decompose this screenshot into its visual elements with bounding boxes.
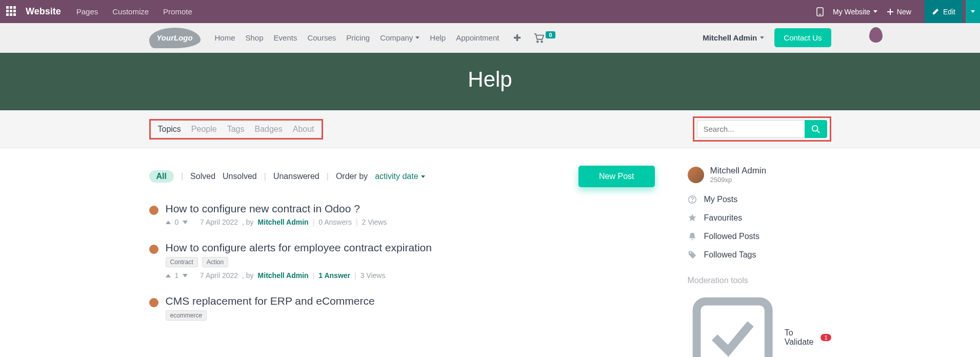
top-menu-customize[interactable]: Customize (112, 7, 149, 16)
nav-events[interactable]: Events (274, 33, 297, 42)
divider: | (313, 218, 315, 226)
nav-shop[interactable]: Shop (246, 33, 264, 42)
topic-author[interactable]: Mitchell Admin (258, 271, 309, 280)
filter-unanswered[interactable]: Unanswered (273, 172, 319, 181)
search-input[interactable] (697, 120, 805, 138)
odoo-drop-icon (869, 27, 883, 43)
contact-us-button[interactable]: Contact Us (774, 28, 831, 47)
filter-all[interactable]: All (149, 170, 174, 183)
new-post-button[interactable]: New Post (578, 166, 654, 187)
divider: | (181, 172, 183, 181)
divider: | (264, 172, 266, 181)
forum-tabs-wrap: Topics People Tags Badges About (0, 110, 980, 148)
nav-appointment[interactable]: Appointment (456, 33, 499, 42)
sidebar-favourites[interactable]: Favourites (688, 213, 831, 223)
vote-count: 0 (175, 218, 179, 226)
top-right-menu: My Website New Edit (816, 0, 974, 23)
topic-views: 2 Views (362, 218, 387, 226)
bell-icon (688, 232, 697, 241)
top-menu-promote[interactable]: Promote (163, 7, 192, 16)
sidebar-my-posts[interactable]: My Posts (688, 195, 831, 204)
order-dropdown[interactable]: activity date (375, 172, 425, 181)
nav-menu: Home Shop Events Courses Pricing Company… (215, 32, 522, 44)
by-label: , by (242, 218, 254, 226)
sidebar: Mitchell Admin 2509xp My Posts Favourite… (688, 166, 831, 357)
topics-column: All | Solved Unsolved | Unanswered | Ord… (149, 166, 655, 357)
filter-unsolved[interactable]: Unsolved (223, 172, 257, 181)
vote-up-icon[interactable] (166, 274, 171, 277)
topic-author[interactable]: Mitchell Admin (258, 218, 309, 226)
question-icon (688, 195, 697, 204)
user-dropdown-label: Mitchell Admin (703, 33, 757, 42)
apps-grid-icon[interactable] (6, 6, 17, 17)
page-title: Help (468, 67, 512, 91)
app-brand[interactable]: Website (26, 6, 61, 17)
caret-down-icon (760, 36, 764, 39)
topic-title[interactable]: CMS replacement for ERP and eCommerce (166, 295, 655, 307)
vote-down-icon[interactable] (183, 221, 188, 224)
profile-box[interactable]: Mitchell Admin 2509xp (688, 166, 831, 184)
nav-home[interactable]: Home (215, 33, 235, 42)
avatar (688, 167, 704, 183)
check-square-icon (688, 292, 777, 357)
user-dropdown[interactable]: Mitchell Admin (703, 33, 764, 42)
tab-tags[interactable]: Tags (227, 125, 245, 134)
topic-item: How to configure new contract in Odoo ?0… (149, 203, 655, 226)
svg-point-2 (537, 41, 538, 42)
vote-down-icon[interactable] (183, 274, 188, 277)
profile-name: Mitchell Admin (710, 166, 767, 176)
topic-title[interactable]: How to configure new contract in Odoo ? (166, 203, 655, 215)
sidebar-followed-tags[interactable]: Followed Tags (688, 250, 831, 260)
edit-button[interactable]: Edit (925, 0, 963, 23)
avatar (149, 245, 158, 254)
tag[interactable]: ecommerce (166, 310, 207, 321)
top-menu-pages[interactable]: Pages (76, 7, 98, 16)
tags-line: ecommerce (166, 310, 655, 321)
nav-help[interactable]: Help (430, 33, 446, 42)
topic-date: 7 April 2022 (200, 218, 238, 226)
tag[interactable]: Contract (166, 257, 198, 267)
sidebar-links: My Posts Favourites Followed Posts Follo… (688, 195, 831, 260)
vote-up-icon[interactable] (166, 221, 171, 224)
sidebar-followed-posts[interactable]: Followed Posts (688, 232, 831, 241)
site-selector[interactable]: My Website (833, 8, 877, 16)
site-selector-label: My Website (833, 8, 870, 16)
mobile-preview-icon[interactable] (816, 7, 824, 16)
star-icon (688, 213, 697, 223)
caret-down-icon (971, 10, 975, 13)
topic-answers[interactable]: 1 Answer (318, 271, 350, 280)
nav-company[interactable]: Company (380, 33, 419, 42)
filters-row: All | Solved Unsolved | Unanswered | Ord… (149, 166, 655, 187)
filter-solved[interactable]: Solved (190, 172, 215, 181)
search-button[interactable] (805, 120, 827, 138)
search-icon (811, 125, 821, 134)
nav-company-label: Company (380, 33, 413, 42)
topic-title[interactable]: How to configure alerts for employee con… (166, 242, 655, 254)
cart-button[interactable]: 0 (533, 33, 555, 43)
nav-pricing[interactable]: Pricing (346, 33, 370, 42)
tab-people[interactable]: People (191, 125, 217, 134)
mod-to-validate[interactable]: To Validate 1 (688, 292, 831, 357)
nav-courses[interactable]: Courses (307, 33, 336, 42)
tags-line: ContractAction (166, 257, 655, 267)
edit-button-label: Edit (943, 8, 955, 16)
caret-down-icon (873, 10, 877, 13)
site-logo[interactable]: YourLogo (149, 28, 201, 48)
hero-section: Help (0, 53, 980, 110)
avatar (149, 206, 158, 215)
topic-meta: 1 7 April 2022, by Mitchell Admin|1 Answ… (166, 271, 655, 280)
tag[interactable]: Action (202, 257, 228, 267)
tab-about[interactable]: About (293, 125, 314, 134)
edit-dropdown-toggle[interactable] (966, 0, 980, 23)
forum-tabs-highlight: Topics People Tags Badges About (149, 119, 323, 140)
svg-point-7 (692, 202, 692, 202)
sidebar-item-label: Followed Posts (704, 232, 760, 241)
nav-add-page-icon[interactable]: ✚ (513, 32, 521, 44)
topic-views: 3 Views (361, 271, 386, 280)
top-menu: Pages Customize Promote (76, 7, 192, 16)
tab-topics[interactable]: Topics (158, 125, 181, 134)
topic-answers[interactable]: 0 Answers (318, 218, 352, 226)
tab-badges[interactable]: Badges (254, 125, 282, 134)
new-button[interactable]: New (887, 8, 911, 16)
order-value-label: activity date (375, 172, 418, 181)
